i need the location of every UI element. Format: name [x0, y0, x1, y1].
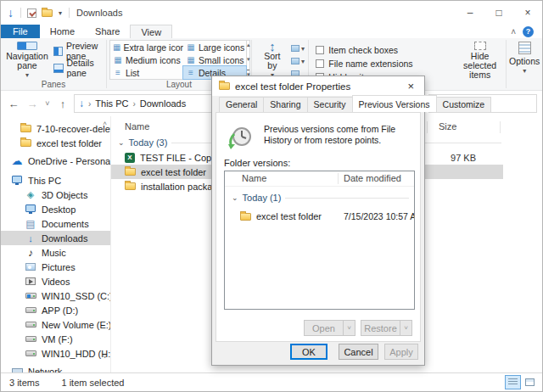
version-date: 7/15/2023 10:57 AM	[344, 211, 415, 221]
sidebar-item-label: WIN10_SSD (C:)	[42, 291, 110, 301]
open-button[interactable]: Open	[304, 320, 343, 336]
item-check-boxes-option[interactable]: Item check boxes	[316, 43, 454, 57]
forward-button[interactable]: →	[25, 98, 40, 110]
drive-icon	[25, 322, 36, 328]
sidebar-item-recover-folder[interactable]: 7-10-recover-delete	[1, 121, 110, 136]
qat-customize-caret-icon[interactable]: ▾	[59, 9, 62, 17]
navigation-pane-button[interactable]: Navigation pane ▾	[6, 42, 48, 80]
open-dropdown-icon[interactable]: ˅	[343, 320, 355, 336]
checkbox-icon[interactable]	[316, 59, 324, 68]
file-name-extensions-option[interactable]: File name extensions	[316, 57, 454, 70]
back-button[interactable]: ←	[6, 98, 21, 110]
dialog-tab-security[interactable]: Security	[307, 97, 353, 112]
sidebar-item-win10-hdd[interactable]: WIN10_HDD (H:)	[1, 346, 110, 361]
dialog-tab-general[interactable]: General	[219, 97, 264, 112]
column-divider[interactable]	[338, 173, 339, 184]
tab-home[interactable]: Home	[40, 25, 85, 38]
sort-by-button[interactable]: ↕ Sort by ▾	[259, 42, 286, 80]
column-divider[interactable]	[500, 121, 501, 133]
chevron-down-icon[interactable]: ⌄	[232, 193, 238, 202]
ok-button[interactable]: OK	[290, 344, 327, 360]
versions-column-name[interactable]: Name	[242, 173, 266, 183]
qat-new-folder-icon[interactable]	[42, 9, 53, 17]
items-count: 3 items	[9, 378, 39, 388]
dialog-close-button[interactable]: ×	[404, 80, 417, 92]
layout-extra-large-icons[interactable]: ▦Extra large icons	[110, 41, 183, 53]
drive-icon	[25, 350, 36, 356]
sidebar-item-downloads[interactable]: ↓ Downloads	[1, 231, 110, 245]
scroll-down-icon[interactable]: ˅	[103, 353, 107, 361]
options-button[interactable]: Options ▾	[507, 42, 541, 80]
minimize-button[interactable]: –	[456, 1, 484, 25]
gallery-up-icon[interactable]: ▴	[247, 42, 250, 48]
sidebar-item-3d-objects[interactable]: ◈ 3D Objects	[1, 188, 110, 202]
group-by-button[interactable]: ▾	[291, 42, 305, 54]
checkbox-icon[interactable]	[316, 46, 324, 54]
restore-button[interactable]: Restore	[361, 320, 400, 336]
recent-locations-caret-icon[interactable]: ˅	[43, 99, 52, 108]
sidebar-item-network[interactable]: Network	[1, 364, 110, 372]
sidebar-item-onedrive[interactable]: ☁ OneDrive - Personal	[1, 154, 110, 168]
version-row-excel-test-folder[interactable]: excel test folder 7/15/2023 10:57 AM	[225, 209, 414, 224]
hide-selected-items-button[interactable]: Hide selected items	[456, 42, 505, 80]
options-label: Options	[509, 57, 540, 66]
column-divider[interactable]	[427, 121, 428, 133]
dialog-tab-sharing[interactable]: Sharing	[263, 97, 307, 112]
sidebar-item-videos[interactable]: Videos	[1, 274, 110, 288]
thumbnail-view-toggle[interactable]	[523, 376, 537, 389]
sidebar-item-this-pc[interactable]: This PC	[1, 173, 110, 188]
sidebar-item-app-drive[interactable]: APP (D:)	[1, 303, 110, 317]
versions-group-today[interactable]: ⌄ Today (1)	[225, 190, 414, 205]
scroll-up-icon[interactable]: ˄	[103, 120, 107, 127]
ribbon-group-hide-selected: Hide selected items	[454, 38, 506, 90]
gallery-down-icon[interactable]: ▾	[247, 56, 250, 63]
tab-file[interactable]: File	[1, 25, 40, 38]
sidebar-item-win10-ssd[interactable]: WIN10_SSD (C:)	[1, 288, 110, 303]
sidebar-item-documents[interactable]: ▤ Documents	[1, 216, 110, 231]
layout-small-icons[interactable]: ▦Small icons	[183, 53, 246, 66]
sidebar-item-desktop[interactable]: Desktop	[1, 202, 110, 216]
folder-versions-list[interactable]: Name Date modified ⌄ Today (1) excel tes…	[224, 171, 415, 310]
layout-gallery: ▦Extra large icons ▦Large icons ▦Medium …	[109, 40, 247, 80]
layout-medium-icons[interactable]: ▦Medium icons	[110, 53, 183, 66]
details-pane-button[interactable]: Details pane	[53, 60, 106, 76]
tab-share[interactable]: Share	[85, 25, 130, 38]
sidebar-item-music[interactable]: ♪ Music	[1, 245, 110, 260]
selected-count: 1 item selected	[61, 378, 124, 388]
preview-pane-button[interactable]: Preview pane	[53, 43, 106, 59]
details-view-toggle[interactable]	[506, 376, 520, 389]
layout-list[interactable]: ≡List	[110, 66, 183, 79]
sidebar-item-excel-test-folder[interactable]: excel test folder	[1, 136, 110, 150]
close-button[interactable]: ×	[513, 1, 542, 25]
view-icon: ▦	[113, 42, 120, 52]
breadcrumb-downloads[interactable]: Downloads	[140, 98, 186, 109]
maximize-button[interactable]: □	[484, 1, 513, 25]
dialog-tab-customize[interactable]: Customize	[436, 97, 492, 112]
add-columns-button[interactable]: ▾	[291, 55, 305, 67]
file-name: TEST FILE - Copy	[140, 153, 216, 163]
sidebar-item-label: Documents	[42, 219, 89, 229]
dialog-tab-previous-versions[interactable]: Previous Versions	[352, 95, 437, 112]
sidebar-item-pictures[interactable]: Pictures	[1, 260, 110, 274]
up-button[interactable]: ↑	[55, 98, 70, 110]
column-header-size[interactable]: Size	[439, 121, 456, 132]
chevron-down-icon[interactable]: ⌄	[118, 138, 125, 147]
help-icon[interactable]: ?	[523, 26, 534, 37]
sidebar-item-new-volume[interactable]: New Volume (E:)	[1, 317, 110, 332]
layout-large-icons[interactable]: ▦Large icons	[183, 41, 246, 53]
column-header-name[interactable]: Name	[125, 121, 149, 132]
view-icon: ▦	[113, 55, 123, 64]
qat-properties-icon[interactable]	[27, 8, 36, 18]
sidebar-item-vm-drive[interactable]: VM (F:)	[1, 332, 110, 346]
video-icon	[25, 277, 36, 285]
document-icon: ▤	[25, 218, 36, 230]
breadcrumb-this-pc[interactable]: This PC	[95, 98, 128, 109]
restore-dropdown-icon[interactable]: ˅	[400, 320, 412, 336]
cancel-button[interactable]: Cancel	[339, 344, 378, 360]
apply-button[interactable]: Apply	[384, 344, 418, 360]
tab-view[interactable]: View	[130, 25, 172, 38]
sidebar-item-label: Pictures	[42, 262, 76, 272]
breadcrumb-separator-icon: ›	[88, 99, 91, 109]
collapse-ribbon-icon[interactable]: ˄	[511, 27, 516, 36]
versions-column-date[interactable]: Date modified	[344, 173, 401, 183]
